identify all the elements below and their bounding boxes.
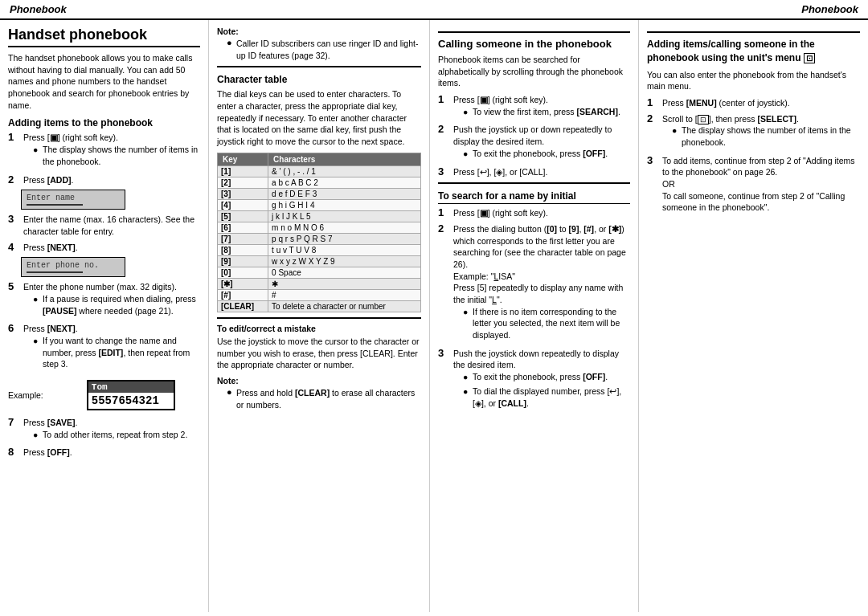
calling-step-2-bullet-text: To exit the phonebook, press [OFF].: [473, 148, 608, 160]
search-step-3-bullet-2: ● To dial the displayed number, press [↩…: [463, 386, 630, 409]
table-cell-chars: p q r s P Q R S 7: [268, 233, 421, 244]
step-8-content: Press [OFF].: [23, 447, 200, 459]
calling-step-1-bullet-text: To view the first item, press [SEARCH].: [473, 106, 620, 118]
step-4: 4 Press [NEXT].: [8, 242, 200, 254]
table-cell-key: [✱]: [218, 278, 268, 289]
table-cell-key: [0]: [218, 267, 268, 278]
section-divider: [217, 66, 421, 67]
step-2-content: Press [ADD].: [23, 174, 200, 186]
example-name: Tom: [88, 381, 174, 393]
calling-step-1-content: Press [▣] (right soft key). ● To view th…: [453, 94, 630, 120]
bullet-icon: ●: [463, 386, 471, 409]
bullet-icon: ●: [463, 148, 471, 160]
page-header: Phonebook Phonebook: [0, 0, 868, 20]
column-3: Calling someone in the phonebook Phonebo…: [430, 20, 639, 612]
header-right-title: Phonebook: [801, 3, 858, 15]
table-row: [3]d e f D E F 3: [218, 188, 421, 199]
table-row: [5]j k l J K L 5: [218, 210, 421, 222]
calling-title: Calling someone in the phonebook: [438, 38, 630, 50]
table-cell-key: [2]: [218, 177, 268, 188]
right-step-2-content: Scroll to [⊡], then press [SELECT]. ● Th…: [662, 113, 860, 151]
table-cell-chars: & ' ( ) , - . / 1: [268, 165, 421, 177]
table-row: [8]t u v T U V 8: [218, 244, 421, 255]
table-cell-chars: m n o M N O 6: [268, 222, 421, 233]
table-cell-chars: j k l J K L 5: [268, 210, 421, 222]
calling-step-2-content: Push the joystick up or down repeatedly …: [453, 124, 630, 161]
table-cell-chars: ✱: [268, 278, 421, 289]
step-5-bullet: ● If a pause is required when dialing, p…: [33, 293, 200, 316]
calling-step-2-num: 2: [438, 123, 451, 135]
step-4-content: Press [NEXT].: [23, 242, 200, 254]
table-cell-key: [6]: [218, 222, 268, 233]
table-cell-chars: g h i G H I 4: [268, 199, 421, 210]
step-1-num: 1: [8, 131, 21, 143]
calling-step-1: 1 Press [▣] (right soft key). ● To view …: [438, 94, 630, 120]
calling-step-3: 3 Press [↩], [◈], or [CALL].: [438, 166, 630, 178]
table-cell-chars: 0 Space: [268, 267, 421, 278]
bullet-icon: ●: [33, 335, 41, 370]
table-cell-chars: #: [268, 289, 421, 300]
step-3: 3 Enter the name (max. 16 characters). S…: [8, 214, 200, 237]
search-step-1-num: 1: [438, 206, 451, 218]
step-7: 7 Press [SAVE]. ● To add other items, re…: [8, 417, 200, 443]
table-cell-key: [4]: [218, 199, 268, 210]
note-text: Caller ID subscribers can use ringer ID …: [236, 38, 421, 61]
step-1-bullet-text: The display shows the number of items in…: [43, 144, 200, 167]
right-step-1-num: 1: [647, 96, 660, 108]
table-row: [✱]✱: [218, 278, 421, 289]
example-label: Example:: [8, 390, 43, 400]
calling-step-2: 2 Push the joystick up or down repeatedl…: [438, 124, 630, 161]
name-cursor: [27, 204, 83, 206]
table-cell-chars: d e f D E F 3: [268, 188, 421, 199]
adding-title: Adding items to the phonebook: [8, 117, 200, 129]
header-left-title: Phonebook: [10, 3, 67, 15]
step-5-num: 5: [8, 280, 21, 292]
table-row: [CLEAR]To delete a character or number: [218, 300, 421, 312]
table-row: [4]g h i G H I 4: [218, 199, 421, 210]
table-cell-key: [1]: [218, 165, 268, 177]
right-step-2-bullet: ● The display shows the number of items …: [672, 124, 860, 148]
table-cell-key: [#]: [218, 289, 268, 300]
calling-step-3-content: Press [↩], [◈], or [CALL].: [453, 166, 630, 178]
right-title-text: Adding items/calling someone in the phon…: [647, 39, 815, 63]
calling-step-3-num: 3: [438, 165, 451, 177]
col-header-chars: Characters: [268, 153, 421, 165]
search-step-3: 3 Push the joystick down repeatedly to d…: [438, 348, 630, 411]
search-step-3-content: Push the joystick down repeatedly to dis…: [453, 348, 630, 411]
search-step-2-content: Press the dialing button ([0] to [9], [#…: [453, 223, 630, 344]
table-cell-key: [3]: [218, 188, 268, 199]
step-7-content: Press [SAVE]. ● To add other items, repe…: [23, 417, 200, 443]
bullet-icon: ●: [463, 106, 471, 118]
search-step-2-num: 2: [438, 222, 451, 235]
example-display: Tom 5557654321: [87, 380, 175, 410]
calling-intro: Phonebook items can be searched for alph…: [438, 54, 630, 89]
search-step-2-bullet-text: If there is no item corresponding to the…: [473, 306, 630, 341]
search-step-3-bullet-1-text: To exit the phonebook, press [OFF].: [473, 371, 608, 383]
to-edit-text: Use the joystick to move the cursor to t…: [217, 336, 421, 371]
char-table-title: Character table: [217, 74, 421, 85]
table-row: [0]0 Space: [218, 267, 421, 278]
table-cell-chars: w x y z W X Y Z 9: [268, 255, 421, 267]
note2-bullet: ● Press and hold [CLEAR] to erase all ch…: [227, 387, 421, 410]
enter-phone-box: Enter phone no.: [21, 257, 125, 277]
search-step-1-content: Press [▣] (right soft key).: [453, 207, 630, 219]
search-step-2-bullet: ● If there is no item corresponding to t…: [463, 306, 630, 341]
note2-box: Note: ● Press and hold [CLEAR] to erase …: [217, 376, 421, 410]
col-header-key: Key: [218, 153, 268, 165]
search-divider: [438, 182, 630, 184]
column-2: Note: ● Caller ID subscribers can use ri…: [209, 20, 430, 612]
step-6-num: 6: [8, 322, 21, 334]
note2-text: Press and hold [CLEAR] to erase all char…: [236, 387, 421, 410]
bullet-icon: ●: [33, 144, 41, 167]
note-bullet: ● Caller ID subscribers can use ringer I…: [227, 38, 421, 61]
step-5: 5 Enter the phone number (max. 32 digits…: [8, 281, 200, 319]
bullet-icon: ●: [672, 124, 680, 148]
main-content: Handset phonebook The handset phonebook …: [0, 20, 868, 612]
table-cell-key: [CLEAR]: [218, 300, 268, 312]
right-step-3: 3 To add items, continue from step 2 of …: [647, 155, 860, 214]
table-row: [7]p q r s P Q R S 7: [218, 233, 421, 244]
phone-cursor: [27, 271, 83, 273]
search-step-1: 1 Press [▣] (right soft key).: [438, 207, 630, 219]
search-title: To search for a name by initial: [438, 190, 630, 204]
right-step-1: 1 Press [MENU] (center of joystick).: [647, 97, 860, 109]
